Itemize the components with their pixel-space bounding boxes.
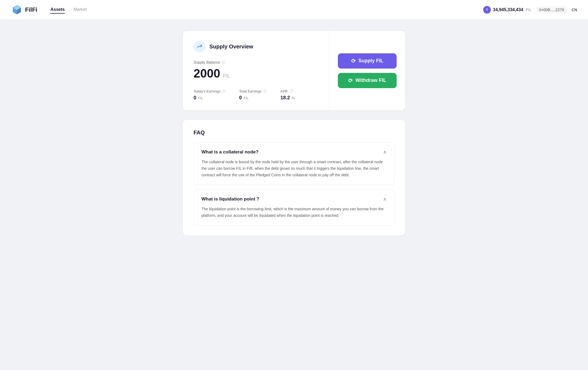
supply-section-title: Supply Overview: [209, 44, 253, 50]
apr-unit: %: [292, 96, 295, 100]
trending-up-icon: [197, 44, 203, 50]
supply-title-row: Supply Overview: [194, 41, 318, 53]
fil-amount: 34,945,334,434: [493, 7, 523, 12]
todays-earnings-unit: FIL: [198, 96, 203, 100]
total-earnings-unit: FIL: [244, 96, 249, 100]
faq-item-2: What is liquidation point ? The liquidat…: [194, 189, 394, 226]
apr-value-row: 18.2 %: [280, 95, 295, 101]
todays-earnings-value-row: 0 FIL: [194, 95, 226, 101]
supply-right-panel: ⟳ Supply FIL ⟳ Withdraw FIL: [329, 31, 405, 110]
supply-btn-icon: ⟳: [351, 58, 356, 64]
supply-title-icon-circle: [194, 41, 206, 53]
withdraw-btn-icon: ⟳: [348, 77, 353, 84]
faq-question-row-2: What is liquidation point ?: [201, 196, 387, 202]
todays-earnings-label: Today's Earnings: [194, 89, 220, 93]
faq-item-1: What is a collateral node? The collatera…: [194, 142, 394, 185]
faq-question-1: What is a collateral node?: [201, 149, 259, 155]
supply-balance-label: Supply Balance: [194, 60, 220, 64]
faq-chevron-2[interactable]: [383, 196, 387, 202]
apr-value: 18.2: [280, 95, 290, 100]
supply-balance-label-row: Supply Balance ⓘ: [194, 60, 318, 64]
withdraw-fil-button[interactable]: ⟳ Withdraw FIL: [338, 73, 397, 88]
supply-balance-amount: 2000: [194, 67, 220, 80]
apr-stat: APR ⓘ 18.2 %: [280, 89, 295, 101]
todays-earnings-info-icon: ⓘ: [222, 89, 226, 93]
main-content: Supply Overview Supply Balance ⓘ 2000 FI…: [177, 30, 411, 236]
logo-text: FilFi: [25, 6, 37, 13]
nav-assets[interactable]: Assets: [50, 6, 65, 14]
apr-label: APR: [280, 89, 288, 93]
total-earnings-value: 0: [239, 95, 242, 100]
faq-items: What is a collateral node? The collatera…: [194, 142, 394, 226]
total-earnings-label-row: Total Earnings ⓘ: [239, 89, 267, 93]
supply-overview-layout: Supply Overview Supply Balance ⓘ 2000 FI…: [183, 31, 405, 110]
faq-question-row-1: What is a collateral node?: [201, 149, 387, 155]
supply-left-panel: Supply Overview Supply Balance ⓘ 2000 FI…: [183, 31, 329, 110]
fil-balance-badge: f 34,945,334,434 FIL: [483, 6, 531, 14]
header-right: f 34,945,334,434 FIL 0×00B.....2279 CN: [483, 6, 577, 14]
faq-question-2: What is liquidation point ?: [201, 196, 259, 202]
faq-card: FAQ What is a collateral node? The colla…: [182, 119, 406, 236]
faq-title: FAQ: [194, 130, 394, 136]
withdraw-btn-label: Withdraw FIL: [356, 78, 386, 83]
nav-market[interactable]: Market: [74, 6, 87, 14]
total-earnings-value-row: 0 FIL: [239, 95, 267, 101]
total-earnings-stat: Total Earnings ⓘ 0 FIL: [239, 89, 267, 101]
faq-chevron-1[interactable]: [383, 149, 387, 155]
total-earnings-label: Total Earnings: [239, 89, 262, 93]
header: FilFi Assets Market f 34,945,334,434 FIL…: [0, 0, 588, 20]
logo-area: FilFi: [11, 4, 37, 16]
stats-row: Today's Earnings ⓘ 0 FIL Total Earnings …: [194, 89, 318, 101]
supply-fil-button[interactable]: ⟳ Supply FIL: [338, 53, 397, 69]
todays-earnings-label-row: Today's Earnings ⓘ: [194, 89, 226, 93]
supply-balance-info-icon: ⓘ: [222, 60, 226, 64]
supply-balance-unit: FIL: [223, 73, 230, 79]
logo-icon: [11, 4, 23, 16]
fil-unit: FIL: [526, 8, 531, 12]
wallet-address[interactable]: 0×00B.....2279: [536, 7, 567, 13]
faq-answer-1: The collateral node is bound by the node…: [201, 159, 387, 178]
supply-balance-row: 2000 FIL: [194, 67, 318, 80]
todays-earnings-stat: Today's Earnings ⓘ 0 FIL: [194, 89, 226, 101]
total-earnings-info-icon: ⓘ: [263, 89, 267, 93]
nav-links: Assets Market: [50, 6, 483, 14]
todays-earnings-value: 0: [194, 95, 196, 100]
supply-overview-card: Supply Overview Supply Balance ⓘ 2000 FI…: [182, 30, 406, 111]
apr-info-icon: ⓘ: [289, 89, 293, 93]
faq-answer-2: The liquidation point is the borrowing l…: [201, 206, 387, 219]
supply-btn-label: Supply FIL: [359, 58, 384, 64]
fil-token-icon: f: [483, 6, 491, 14]
language-button[interactable]: CN: [572, 8, 577, 12]
apr-label-row: APR ⓘ: [280, 89, 295, 93]
